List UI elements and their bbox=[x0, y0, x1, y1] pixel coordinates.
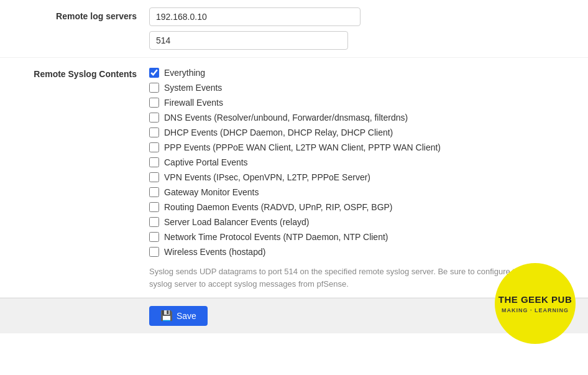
checkbox-row-ntp: Network Time Protocol Events (NTP Daemon… bbox=[149, 229, 576, 244]
checkbox-label-slb[interactable]: Server Load Balancer Events (relayd) bbox=[164, 217, 309, 227]
watermark-subtitle: MAKING · LEARNING bbox=[502, 307, 569, 313]
checkbox-row-firewall: Firewall Events bbox=[149, 95, 576, 110]
remote-syslog-contents-label: Remote Syslog Contents bbox=[12, 65, 149, 79]
checkbox-routing[interactable] bbox=[149, 202, 159, 212]
remote-syslog-contents-row: Remote Syslog Contents Everything System… bbox=[0, 58, 588, 298]
watermark-title: THE GEEK PUB bbox=[498, 294, 572, 305]
help-text: Syslog sends UDP datagrams to port 514 o… bbox=[149, 266, 553, 290]
checkbox-label-gateway[interactable]: Gateway Monitor Events bbox=[164, 187, 259, 197]
checkbox-label-captive[interactable]: Captive Portal Events bbox=[164, 157, 248, 167]
checkbox-dhcp[interactable] bbox=[149, 127, 159, 137]
checkboxes-container: Everything System Events Firewall Events… bbox=[149, 65, 576, 290]
checkbox-ppp[interactable] bbox=[149, 142, 159, 152]
checkbox-row-captive: Captive Portal Events bbox=[149, 155, 576, 170]
checkbox-row-routing: Routing Daemon Events (RADVD, UPnP, RIP,… bbox=[149, 200, 576, 215]
checkbox-row-ppp: PPP Events (PPPoE WAN Client, L2TP WAN C… bbox=[149, 140, 576, 155]
checkbox-system[interactable] bbox=[149, 83, 159, 93]
checkbox-label-everything[interactable]: Everything bbox=[164, 68, 205, 78]
save-button[interactable]: 💾 Save bbox=[149, 306, 208, 326]
checkbox-wireless[interactable] bbox=[149, 247, 159, 257]
checkbox-label-vpn[interactable]: VPN Events (IPsec, OpenVPN, L2TP, PPPoE … bbox=[164, 172, 370, 182]
page-wrapper: Remote log servers Remote Syslog Content… bbox=[0, 0, 588, 375]
save-button-label: Save bbox=[177, 311, 196, 321]
checkbox-label-ntp[interactable]: Network Time Protocol Events (NTP Daemon… bbox=[164, 232, 388, 242]
checkbox-row-dns: DNS Events (Resolver/unbound, Forwarder/… bbox=[149, 110, 576, 125]
server-inputs bbox=[149, 7, 576, 50]
checkbox-label-firewall[interactable]: Firewall Events bbox=[164, 98, 223, 108]
checkbox-gateway[interactable] bbox=[149, 187, 159, 197]
checkbox-vpn[interactable] bbox=[149, 172, 159, 182]
save-icon: 💾 bbox=[160, 311, 173, 321]
checkbox-row-everything: Everything bbox=[149, 65, 576, 80]
checkbox-label-dhcp[interactable]: DHCP Events (DHCP Daemon, DHCP Relay, DH… bbox=[164, 127, 393, 137]
checkbox-captive[interactable] bbox=[149, 157, 159, 167]
checkbox-row-wireless: Wireless Events (hostapd) bbox=[149, 244, 576, 259]
checkbox-row-dhcp: DHCP Events (DHCP Daemon, DHCP Relay, DH… bbox=[149, 125, 576, 140]
checkbox-label-ppp[interactable]: PPP Events (PPPoE WAN Client, L2TP WAN C… bbox=[164, 142, 441, 152]
checkbox-label-routing[interactable]: Routing Daemon Events (RADVD, UPnP, RIP,… bbox=[164, 202, 393, 212]
checkbox-slb[interactable] bbox=[149, 217, 159, 227]
checkbox-row-system: System Events bbox=[149, 80, 576, 95]
checkbox-label-system[interactable]: System Events bbox=[164, 83, 222, 93]
checkbox-firewall[interactable] bbox=[149, 98, 159, 108]
checkbox-label-dns[interactable]: DNS Events (Resolver/unbound, Forwarder/… bbox=[164, 113, 408, 123]
checkbox-everything[interactable] bbox=[149, 68, 159, 78]
checkbox-row-slb: Server Load Balancer Events (relayd) bbox=[149, 215, 576, 229]
checkbox-ntp[interactable] bbox=[149, 232, 159, 242]
watermark: THE GEEK PUB MAKING · LEARNING bbox=[495, 263, 576, 344]
server-ip-input[interactable] bbox=[149, 7, 361, 26]
checkbox-row-vpn: VPN Events (IPsec, OpenVPN, L2TP, PPPoE … bbox=[149, 170, 576, 185]
remote-log-servers-label: Remote log servers bbox=[12, 7, 149, 21]
server-port-input[interactable] bbox=[149, 31, 348, 50]
checkbox-row-gateway: Gateway Monitor Events bbox=[149, 185, 576, 200]
checkbox-label-wireless[interactable]: Wireless Events (hostapd) bbox=[164, 247, 265, 257]
remote-log-servers-row: Remote log servers bbox=[0, 0, 588, 58]
checkbox-dns[interactable] bbox=[149, 113, 159, 123]
